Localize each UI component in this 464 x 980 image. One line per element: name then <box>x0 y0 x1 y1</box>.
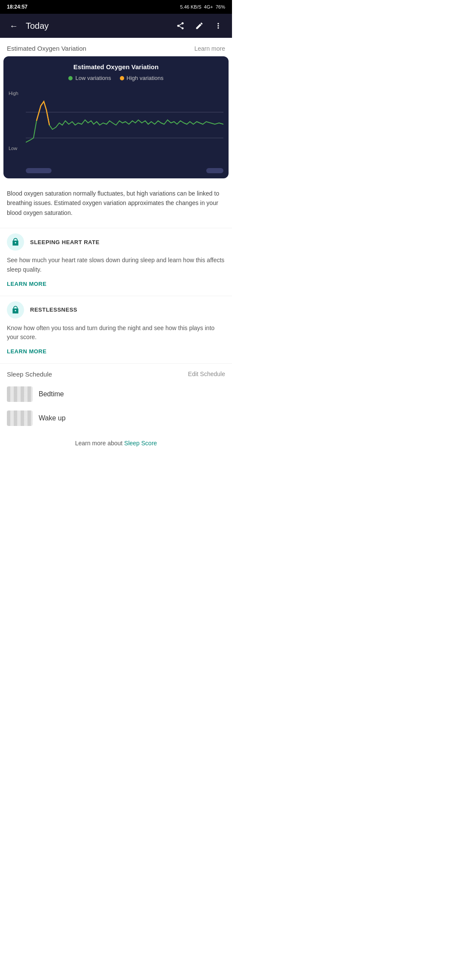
status-battery: 76% <box>216 4 225 9</box>
edit-button[interactable] <box>191 17 208 34</box>
legend-low-variations: Low variations <box>68 75 111 81</box>
wakeup-thumbnail <box>7 410 33 426</box>
sleeping-heart-rate-learn-more[interactable]: LEARN MORE <box>7 281 225 287</box>
legend-dot-high <box>120 76 124 80</box>
chart-legend: Low variations High variations <box>9 75 223 81</box>
status-time: 18:24:57 <box>7 4 27 10</box>
oxygen-description: Blood oxygen saturation normally fluctua… <box>0 182 232 228</box>
chart-y-labels: High Low <box>9 86 26 164</box>
status-data-speed: 5.46 KB/S <box>180 4 201 9</box>
chart-label-high: High <box>9 91 26 96</box>
oxygen-section-title: Estimated Oxygen Variation <box>7 45 86 52</box>
chart-title: Estimated Oxygen Variation <box>9 63 223 70</box>
chart-svg-container <box>26 86 223 164</box>
sleeping-heart-rate-name: SLEEPING HEART RATE <box>30 239 100 245</box>
sleeping-heart-rate-header: SLEEPING HEART RATE <box>7 233 225 251</box>
bedtime-item[interactable]: Bedtime <box>0 383 232 405</box>
chart-label-low: Low <box>9 146 26 151</box>
main-content: Estimated Oxygen Variation Learn more Es… <box>0 38 232 453</box>
sleep-schedule-header: Sleep Schedule Edit Schedule <box>0 363 232 383</box>
oxygen-learn-more[interactable]: Learn more <box>194 45 225 52</box>
chart-scrollbar[interactable] <box>9 166 223 175</box>
legend-dot-low <box>68 76 73 80</box>
oxygen-chart-card: Estimated Oxygen Variation Low variation… <box>3 56 229 178</box>
scrollbar-left-handle[interactable] <box>26 168 52 173</box>
sleep-score-link[interactable]: Sleep Score <box>124 440 157 447</box>
restlessness-section: RESTLESSNESS Know how often you toss and… <box>0 296 232 363</box>
sleep-schedule-title: Sleep Schedule <box>7 371 52 378</box>
toolbar: ← Today <box>0 14 232 38</box>
footer-sleep-score: Learn more about Sleep Score <box>0 431 232 453</box>
legend-high-variations: High variations <box>120 75 164 81</box>
page-title: Today <box>26 21 172 31</box>
scrollbar-right-handle[interactable] <box>206 168 223 173</box>
share-button[interactable] <box>172 17 189 34</box>
more-button[interactable] <box>210 17 227 34</box>
restlessness-name: RESTLESSNESS <box>30 306 77 313</box>
toolbar-actions <box>172 17 227 34</box>
legend-label-low: Low variations <box>75 75 111 81</box>
restlessness-header: RESTLESSNESS <box>7 301 225 318</box>
back-button[interactable]: ← <box>5 17 22 34</box>
chart-svg <box>26 86 223 164</box>
sleeping-heart-rate-description: See how much your heart rate slows down … <box>7 256 225 274</box>
bedtime-thumbnail <box>7 386 33 402</box>
oxygen-section-header: Estimated Oxygen Variation Learn more <box>0 38 232 56</box>
restlessness-description: Know how often you toss and turn during … <box>7 324 225 342</box>
bedtime-label: Bedtime <box>39 390 64 398</box>
footer-text: Learn more about <box>75 440 124 447</box>
status-network: 4G+ <box>204 4 213 9</box>
wakeup-label: Wake up <box>39 414 66 422</box>
edit-schedule-link[interactable]: Edit Schedule <box>188 371 225 377</box>
wakeup-item[interactable]: Wake up <box>0 407 232 429</box>
sleeping-heart-rate-section: SLEEPING HEART RATE See how much your he… <box>0 228 232 295</box>
sleeping-heart-rate-lock-icon <box>7 233 24 251</box>
restlessness-lock-icon <box>7 301 24 318</box>
chart-area: High Low <box>9 86 223 164</box>
legend-label-high: High variations <box>127 75 164 81</box>
status-bar: 18:24:57 5.46 KB/S 4G+ 76% <box>0 0 232 14</box>
status-right: 5.46 KB/S 4G+ 76% <box>180 4 225 9</box>
restlessness-learn-more[interactable]: LEARN MORE <box>7 348 225 355</box>
